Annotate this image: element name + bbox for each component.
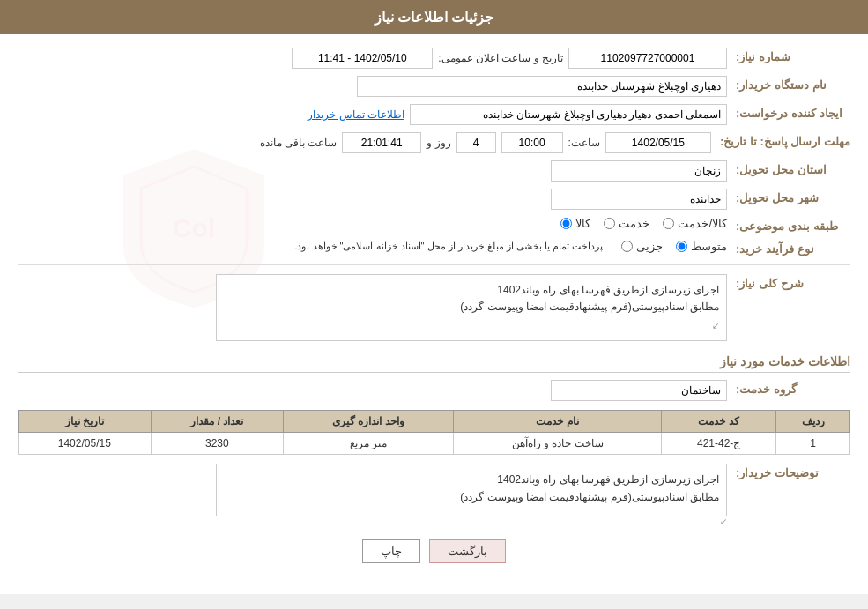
category-service-radio[interactable] [604,218,615,229]
services-table-container: ردیف کد خدمت نام خدمت واحد اندازه گیری ت… [18,410,850,455]
province-label: استان محل تحویل: [727,160,850,176]
deadline-date-input[interactable] [605,132,711,153]
creator-row: ایجاد کننده درخواست: اطلاعات تماس خریدار [18,104,850,125]
category-label: طبقه بندی موضوعی: [727,217,850,233]
city-input[interactable] [551,189,727,210]
purchase-type-jozii-radio[interactable] [621,241,633,252]
buyer-org-label: نام دستگاه خریدار: [727,76,850,92]
purchase-type-jozii-item[interactable]: جزیی [621,240,663,253]
deadline-days-input[interactable] [456,132,496,153]
city-row: شهر محل تحویل: [18,189,850,210]
cell-code: ج-42-421 [662,433,776,455]
buyer-desc-label: توضیحات خریدار: [727,464,850,479]
col-header-date: تاریخ نیاز [19,411,152,433]
category-both-label: کالا/خدمت [678,217,727,230]
col-header-code: کد خدمت [662,411,776,433]
deadline-days-label: روز و [427,137,450,149]
need-number-label: شماره نیاز: [727,48,850,63]
purchase-type-row: نوع فرآیند خرید: جزیی متوسط پرداخت تمام … [18,240,850,256]
need-desc-line2: مطابق اسنادپیوستی(فرم پیشنهادقیمت امضا و… [224,299,719,316]
deadline-remaining-label: ساعت باقی مانده [260,137,338,149]
purchase-type-radio-group: جزیی متوسط [621,240,727,253]
datetime-input[interactable] [292,48,433,69]
need-desc-line1: اجرای زیرسازی ازطریق فهرسا بهای راه وبان… [224,282,719,299]
deadline-label: مهلت ارسال پاسخ: تا تاریخ: [711,132,850,148]
purchase-type-label: نوع فرآیند خرید: [727,240,850,256]
purchase-type-jozii-label: جزیی [636,240,663,253]
cell-row: 1 [776,433,850,455]
need-desc-box: اجرای زیرسازی ازطریق فهرسا بهای راه وبان… [216,274,727,341]
creator-input[interactable] [410,104,727,125]
category-both-radio[interactable] [663,218,674,229]
service-group-row: گروه خدمت: [18,380,850,401]
need-number-row: شماره نیاز: تاریخ و ساعت اعلان عمومی: [18,48,850,69]
buyer-desc-corner: ↙ [216,516,727,526]
deadline-remaining-input[interactable] [342,132,421,153]
category-service-label: خدمت [619,217,649,230]
service-group-input[interactable] [551,380,727,401]
buyer-desc-wrapper: اجرای زیرسازی ازطریق فهرسا بهای راه وبان… [216,464,727,526]
creator-label: ایجاد کننده درخواست: [727,104,850,120]
buyer-desc-row: توضیحات خریدار: اجرای زیرسازی ازطریق فهر… [18,464,850,526]
services-table: ردیف کد خدمت نام خدمت واحد اندازه گیری ت… [18,410,850,455]
col-header-row: ردیف [776,411,850,433]
need-desc-corner: ↙ [224,319,719,333]
category-both-item[interactable]: کالا/خدمت [663,217,727,230]
datetime-label: تاریخ و ساعت اعلان عمومی: [438,52,563,64]
purchase-type-motevaset-radio[interactable] [676,241,687,252]
button-row: بازگشت چاپ [18,539,850,581]
category-radio-group: کالا خدمت کالا/خدمت [560,217,727,230]
category-kala-radio[interactable] [560,218,572,229]
deadline-time-label: ساعت: [568,137,600,149]
page-header: جزئیات اطلاعات نیاز [0,0,868,34]
page-title: جزئیات اطلاعات نیاز [375,10,494,25]
deadline-time-input[interactable] [501,132,563,153]
buyer-org-row: نام دستگاه خریدار: [18,76,850,97]
city-label: شهر محل تحویل: [727,189,850,204]
cell-unit: متر مربع [284,433,454,455]
province-input[interactable] [551,160,727,182]
col-header-qty: تعداد / مقدار [151,411,283,433]
need-number-input[interactable] [568,48,727,69]
table-row: 1 ج-42-421 ساخت جاده و راه‌آهن متر مربع … [19,433,850,455]
category-service-item[interactable]: خدمت [604,217,649,230]
cell-qty: 3230 [151,433,283,455]
need-desc-label: شرح کلی نیاز: [727,274,850,290]
cell-name: ساخت جاده و راه‌آهن [453,433,661,455]
category-row: طبقه بندی موضوعی: کالا خدمت کالا/خدمت [18,217,850,233]
category-kala-label: کالا [575,217,590,230]
province-row: استان محل تحویل: [18,160,850,182]
buyer-desc-line2: مطابق اسنادپیوستی(فرم پیشنهادقیمت امضا و… [224,489,719,506]
buyer-desc-box: اجرای زیرسازی ازطریق فهرسا بهای راه وبان… [216,464,727,516]
buyer-desc-line1: اجرای زیرسازی ازطریق فهرسا بهای راه وبان… [224,472,719,488]
print-button[interactable]: چاپ [362,539,420,563]
deadline-row: مهلت ارسال پاسخ: تا تاریخ: ساعت: روز و س… [18,132,850,153]
contact-link[interactable]: اطلاعات تماس خریدار [308,108,404,121]
service-group-label: گروه خدمت: [727,380,850,396]
need-desc-row: شرح کلی نیاز: اجرای زیرسازی ازطریق فهرسا… [18,274,850,341]
back-button[interactable]: بازگشت [429,539,506,563]
col-header-unit: واحد اندازه گیری [284,411,454,433]
cell-date: 1402/05/15 [19,433,152,455]
services-section-title: اطلاعات خدمات مورد نیاز [18,354,850,373]
purchase-type-motevaset-item[interactable]: متوسط [676,240,727,253]
category-kala-item[interactable]: کالا [560,217,590,230]
col-header-name: نام خدمت [453,411,661,433]
purchase-type-note: پرداخت تمام یا بخشی از مبلغ خریدار از مح… [294,241,603,252]
buyer-org-input[interactable] [357,76,727,97]
purchase-type-motevaset-label: متوسط [691,240,727,253]
